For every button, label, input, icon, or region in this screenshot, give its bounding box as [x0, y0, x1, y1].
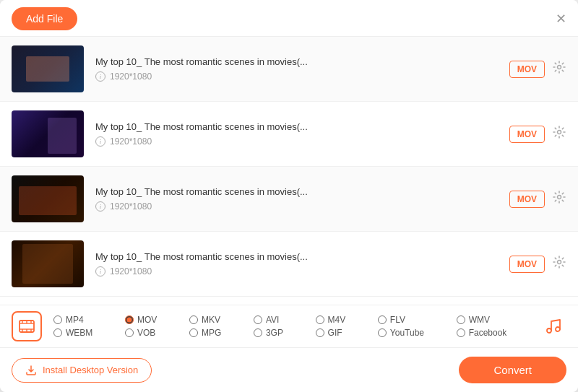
- gear-icon: [552, 255, 566, 269]
- info-icon[interactable]: i: [95, 136, 105, 147]
- file-name: My top 10_ The most romantic scenes in m…: [95, 186, 498, 197]
- format-radio-youtube[interactable]: [378, 328, 387, 337]
- format-option-avi[interactable]: AVI: [254, 315, 310, 325]
- format-option-m4v[interactable]: M4V: [316, 315, 372, 325]
- file-info: My top 10_ The most romantic scenes in m…: [84, 121, 509, 147]
- format-radio-wmv[interactable]: [457, 315, 465, 324]
- format-option-mov[interactable]: MOV: [125, 315, 184, 325]
- format-label: MP4: [66, 315, 84, 325]
- gear-icon: [552, 60, 566, 74]
- format-option-wmv[interactable]: WMV: [457, 315, 533, 325]
- file-info: My top 10_ The most romantic scenes in m…: [84, 56, 509, 82]
- format-badge-button[interactable]: MOV: [509, 256, 545, 273]
- format-label: VOB: [137, 328, 155, 338]
- format-badge-button[interactable]: MOV: [509, 126, 545, 143]
- format-label: WMV: [469, 315, 490, 325]
- format-badge-button[interactable]: MOV: [509, 61, 545, 78]
- format-option-gif[interactable]: GIF: [316, 328, 372, 338]
- gear-icon: [552, 125, 566, 139]
- format-option-webm[interactable]: WEBM: [53, 328, 119, 338]
- file-meta: i 1920*1080: [95, 201, 498, 212]
- settings-button[interactable]: [552, 125, 566, 143]
- file-actions: MOV: [509, 190, 566, 208]
- format-option-vob[interactable]: VOB: [125, 328, 184, 338]
- format-label: 3GP: [266, 328, 283, 338]
- format-badge-button[interactable]: MOV: [509, 191, 545, 208]
- title-bar: Add File ✕: [0, 0, 578, 36]
- info-icon[interactable]: i: [95, 71, 105, 82]
- file-actions: MOV: [509, 255, 566, 273]
- format-label: MOV: [137, 315, 157, 325]
- format-label: YouTube: [390, 328, 424, 338]
- format-label: AVI: [266, 315, 279, 325]
- file-resolution: 1920*1080: [110, 201, 152, 212]
- format-option-youtube[interactable]: YouTube: [378, 328, 451, 338]
- settings-button[interactable]: [552, 60, 566, 78]
- install-label: Install Desktop Version: [43, 365, 138, 375]
- file-resolution: 1920*1080: [110, 71, 152, 82]
- app-window: Add File ✕ My top 10_ The most romantic …: [0, 0, 578, 392]
- format-label: WEBM: [66, 328, 92, 338]
- install-desktop-button[interactable]: Install Desktop Version: [12, 358, 152, 383]
- format-radio-mkv[interactable]: [189, 315, 198, 324]
- format-radio-3gp[interactable]: [254, 328, 262, 337]
- download-icon: [25, 365, 37, 376]
- file-list: My top 10_ The most romantic scenes in m…: [0, 36, 578, 305]
- svg-point-13: [547, 328, 551, 333]
- file-item: My top 10_ The most romantic scenes in m…: [0, 232, 578, 297]
- file-actions: MOV: [509, 125, 566, 143]
- file-item: My top 10_ The most romantic scenes in m…: [0, 37, 578, 102]
- gear-icon: [552, 190, 566, 204]
- format-option-3gp[interactable]: 3GP: [254, 328, 310, 338]
- file-resolution: 1920*1080: [110, 136, 152, 147]
- file-name: My top 10_ The most romantic scenes in m…: [95, 56, 498, 67]
- convert-button[interactable]: Convert: [459, 357, 566, 383]
- close-button[interactable]: ✕: [556, 12, 566, 25]
- add-file-button[interactable]: Add File: [12, 7, 77, 30]
- info-icon[interactable]: i: [95, 201, 105, 212]
- file-resolution: 1920*1080: [110, 266, 152, 276]
- svg-point-1: [558, 131, 561, 134]
- svg-point-2: [558, 196, 561, 199]
- format-label: MPG: [202, 328, 221, 338]
- video-format-icon[interactable]: [12, 311, 42, 341]
- format-radio-mp4[interactable]: [53, 315, 62, 324]
- file-thumbnail: [12, 240, 84, 287]
- bottom-bar: Install Desktop Version Convert: [0, 347, 578, 392]
- format-radio-gif[interactable]: [316, 328, 324, 337]
- format-option-mkv[interactable]: MKV: [189, 315, 248, 325]
- format-option-mp4[interactable]: MP4: [53, 315, 119, 325]
- format-label: FLV: [390, 315, 405, 325]
- format-radio-webm[interactable]: [53, 328, 62, 337]
- file-item: My top 10_ The most romantic scenes in m…: [0, 102, 578, 167]
- file-name: My top 10_ The most romantic scenes in m…: [95, 251, 498, 262]
- format-radio-avi[interactable]: [254, 315, 262, 324]
- format-radio-vob[interactable]: [125, 328, 134, 337]
- format-option-flv[interactable]: FLV: [378, 315, 451, 325]
- audio-format-icon[interactable]: [540, 313, 566, 339]
- format-option-facebook[interactable]: Facebook: [457, 328, 533, 338]
- film-icon: [19, 318, 35, 334]
- format-label: MKV: [202, 315, 220, 325]
- file-thumbnail: [12, 110, 84, 157]
- settings-button[interactable]: [552, 255, 566, 273]
- file-info: My top 10_ The most romantic scenes in m…: [84, 251, 509, 276]
- format-radio-flv[interactable]: [378, 315, 387, 324]
- file-thumbnail: [12, 175, 84, 222]
- file-item: My top 10_ The most romantic scenes in m…: [0, 167, 578, 232]
- info-icon[interactable]: i: [95, 266, 105, 276]
- format-radio-facebook[interactable]: [457, 328, 465, 337]
- format-radio-m4v[interactable]: [316, 315, 324, 324]
- settings-button[interactable]: [552, 190, 566, 208]
- file-actions: MOV: [509, 60, 566, 78]
- file-meta: i 1920*1080: [95, 136, 498, 147]
- svg-point-3: [558, 261, 561, 264]
- format-grid: MP4MOVMKVAVIM4VFLVWMVWEBMVOBMPG3GPGIFYou…: [53, 315, 533, 338]
- format-label: M4V: [328, 315, 346, 325]
- format-radio-mov[interactable]: [125, 315, 134, 324]
- file-meta: i 1920*1080: [95, 71, 498, 82]
- music-note-icon: [545, 318, 562, 335]
- format-radio-mpg[interactable]: [189, 328, 198, 337]
- format-label: GIF: [328, 328, 342, 338]
- format-option-mpg[interactable]: MPG: [189, 328, 248, 338]
